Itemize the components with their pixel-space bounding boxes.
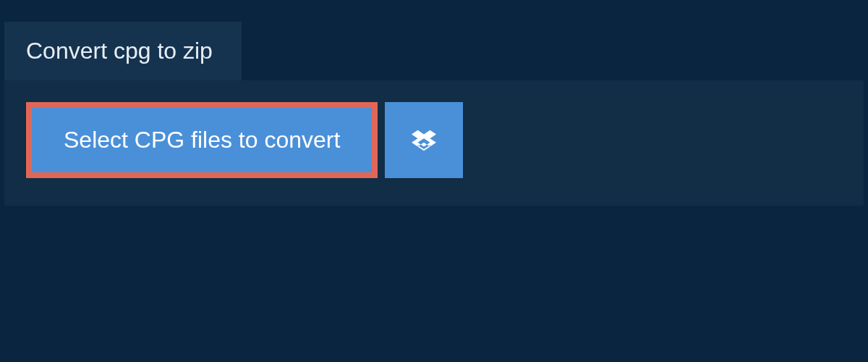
select-button-highlight: Select CPG files to convert bbox=[26, 102, 378, 178]
dropbox-icon bbox=[412, 128, 436, 153]
select-files-button[interactable]: Select CPG files to convert bbox=[32, 108, 372, 172]
converter-panel: Select CPG files to convert bbox=[4, 80, 864, 206]
dropbox-button[interactable] bbox=[385, 102, 463, 178]
tab-title: Convert cpg to zip bbox=[4, 22, 242, 80]
